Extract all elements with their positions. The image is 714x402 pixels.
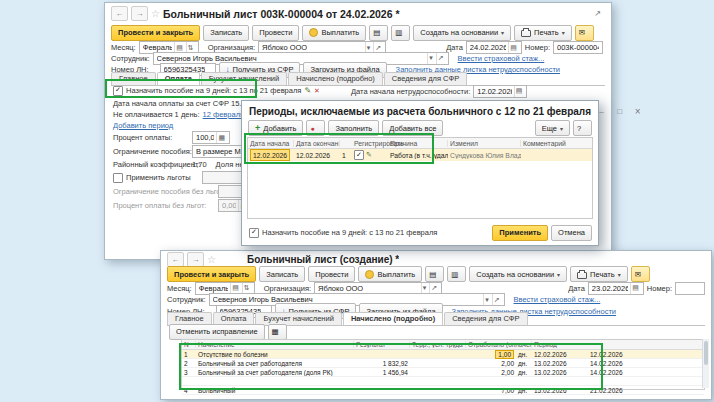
- close-icon[interactable]: ×: [630, 105, 645, 118]
- accrual-cell[interactable]: Больничный: [196, 387, 354, 394]
- favorite-star-icon[interactable]: ☆: [151, 8, 160, 19]
- chevron-down-icon[interactable]: ▾: [483, 294, 490, 305]
- insurance-history-link[interactable]: Ввести страховой стаж...: [514, 295, 601, 304]
- table-row[interactable]: 1 Отсутствие по болезни 1,00 дн. 12.02.2…: [182, 350, 704, 359]
- col-result[interactable]: Результат: [354, 341, 410, 348]
- calendar-icon[interactable]: ▤: [630, 283, 640, 294]
- create-based-on-button[interactable]: Создать на основании▾: [413, 25, 511, 41]
- result-cell[interactable]: 1 832,92: [354, 360, 410, 367]
- days-cell[interactable]: 1,00: [495, 350, 514, 359]
- col-register[interactable]: Регистрировать: [352, 140, 388, 147]
- collapse-icon[interactable]: –: [594, 105, 609, 118]
- pay-percent-field[interactable]: 100,00▦: [192, 131, 230, 144]
- back-button[interactable]: ←: [167, 252, 184, 267]
- add-row-button[interactable]: +Добавить: [248, 120, 303, 136]
- register-checkbox[interactable]: [354, 150, 364, 160]
- table-row[interactable]: 2 Больничный за счет работодателя 1 832,…: [182, 359, 704, 368]
- clear-icon[interactable]: ✕: [314, 87, 320, 95]
- col-n[interactable]: N: [182, 341, 196, 348]
- col-accrual[interactable]: Начисление: [196, 341, 354, 348]
- print-button[interactable]: Печать▾: [570, 266, 628, 282]
- col-period[interactable]: Период: [532, 341, 644, 348]
- help-button[interactable]: ?: [573, 120, 592, 136]
- col-territory[interactable]: Терр., усл. труда: [410, 341, 466, 348]
- tab-sfr-info[interactable]: Сведения для СФР: [384, 72, 467, 85]
- open-icon[interactable]: ↗: [436, 53, 445, 64]
- restore-icon[interactable]: □: [612, 105, 627, 118]
- tab-payment[interactable]: Оплата: [157, 72, 200, 85]
- number-field[interactable]: [675, 282, 705, 295]
- report-button[interactable]: ▤: [425, 266, 444, 282]
- tab-sfr-info[interactable]: Сведения для СФР: [444, 312, 527, 325]
- favorite-star-icon[interactable]: ☆: [207, 254, 216, 265]
- files-button[interactable]: ▥: [447, 266, 466, 282]
- delete-row-button[interactable]: ●: [306, 120, 325, 136]
- files-button[interactable]: ▥: [391, 25, 410, 41]
- pay-button[interactable]: Выплатить: [302, 25, 366, 41]
- accrual-cell[interactable]: Больничный за счет работодателя: [196, 360, 354, 367]
- apply-benefits-checkbox[interactable]: [113, 173, 123, 183]
- tab-accrued-details[interactable]: Начислено (подробно): [288, 72, 383, 85]
- period-from-cell[interactable]: 13.02.2026: [532, 360, 588, 367]
- open-icon[interactable]: ↗: [429, 283, 438, 294]
- col-comment[interactable]: Комментарий: [521, 140, 592, 147]
- col-worked[interactable]: Отработано (оплачено): [466, 341, 532, 348]
- period-to-cell[interactable]: 14.02.2026: [588, 360, 644, 367]
- period-to-cell[interactable]: 14.02.2026: [588, 369, 644, 376]
- recalc-button[interactable]: ▦: [268, 324, 287, 340]
- assign-benefit-footer-checkbox[interactable]: [249, 228, 259, 238]
- table-row[interactable]: 3 Больничный за счет работодателя (доля …: [182, 368, 704, 377]
- pay-button[interactable]: Выплатить: [358, 266, 422, 282]
- table-row[interactable]: 4 Больничный 7,00 дн. 15.02.2026 21.02.2…: [182, 386, 704, 395]
- tab-main[interactable]: Главное: [111, 72, 156, 85]
- back-button[interactable]: ←: [111, 6, 128, 21]
- accrual-cell[interactable]: Больничный за счет работодателя (доля РК…: [196, 369, 354, 376]
- post-and-close-button[interactable]: Провести и закрыть: [111, 25, 200, 41]
- col-end-date[interactable]: Дата окончания: [294, 140, 340, 147]
- tab-accounting[interactable]: Бухучет начислений: [201, 72, 287, 85]
- save-button[interactable]: Записать: [259, 266, 305, 282]
- days-cell[interactable]: 2,00: [466, 360, 516, 367]
- date-field[interactable]: 23.02.2026▤: [588, 282, 644, 295]
- add-all-button[interactable]: Добавить все: [382, 120, 443, 136]
- tab-accounting[interactable]: Бухучет начислений: [255, 312, 341, 325]
- post-button[interactable]: Провести: [308, 266, 355, 282]
- cancel-fix-button[interactable]: Отменить исправление: [169, 324, 265, 340]
- calc-icon[interactable]: ▦: [216, 132, 226, 143]
- calendar-icon[interactable]: ▤: [514, 86, 524, 97]
- assign-benefit-checkbox[interactable]: [113, 86, 123, 96]
- col-changed-by[interactable]: Изменил: [448, 140, 521, 147]
- chevron-down-icon[interactable]: ▾: [421, 283, 428, 294]
- period-from-cell[interactable]: 13.02.2026: [532, 369, 588, 376]
- result-cell[interactable]: 1 456,94: [354, 369, 410, 376]
- calendar-icon[interactable]: ▤: [230, 283, 240, 294]
- register-cell[interactable]: ✎: [352, 150, 388, 160]
- col-start-date[interactable]: Дата начала: [248, 140, 294, 147]
- mail-button[interactable]: ✉: [575, 25, 594, 41]
- days-cell[interactable]: 2,00: [466, 369, 516, 376]
- report-button[interactable]: ▤: [369, 25, 388, 41]
- post-button[interactable]: Провести: [252, 25, 299, 41]
- table-row[interactable]: 12.02.2026 12.02.2026 1 ✎ Работа (в т.ч.…: [248, 149, 592, 161]
- col-reason[interactable]: Причина: [388, 140, 448, 147]
- mail-button[interactable]: ✉: [631, 266, 650, 282]
- more-button[interactable]: Еще▾: [535, 120, 570, 136]
- period-from-cell[interactable]: 12.02.2026: [532, 351, 588, 358]
- period-to-cell[interactable]: 21.02.2026: [588, 387, 644, 394]
- edit-pencil-icon[interactable]: ✎: [304, 86, 311, 95]
- apply-button[interactable]: Применить: [492, 225, 548, 241]
- end-date-cell[interactable]: 12.02.2026: [294, 152, 340, 159]
- insurance-history-link[interactable]: Ввести страховой стаж...: [458, 54, 545, 63]
- incapacity-start-field[interactable]: 12.02.2026▤: [473, 85, 527, 98]
- start-date-cell[interactable]: 12.02.2026: [250, 149, 290, 161]
- period-from-cell[interactable]: 15.02.2026: [532, 387, 588, 394]
- table-scrollbar[interactable]: [702, 339, 709, 388]
- add-period-link[interactable]: Добавить период: [113, 121, 173, 130]
- accrual-cell[interactable]: Отсутствие по болезни: [196, 351, 354, 358]
- forward-button[interactable]: →: [131, 6, 148, 21]
- fill-button[interactable]: Заполнить: [328, 120, 379, 136]
- save-button[interactable]: Записать: [203, 25, 249, 41]
- tab-accrued-details[interactable]: Начислено (подробно): [343, 312, 443, 325]
- reason-cell[interactable]: Работа (в т.ч. удаленная): [388, 152, 448, 159]
- forward-button[interactable]: →: [187, 252, 204, 267]
